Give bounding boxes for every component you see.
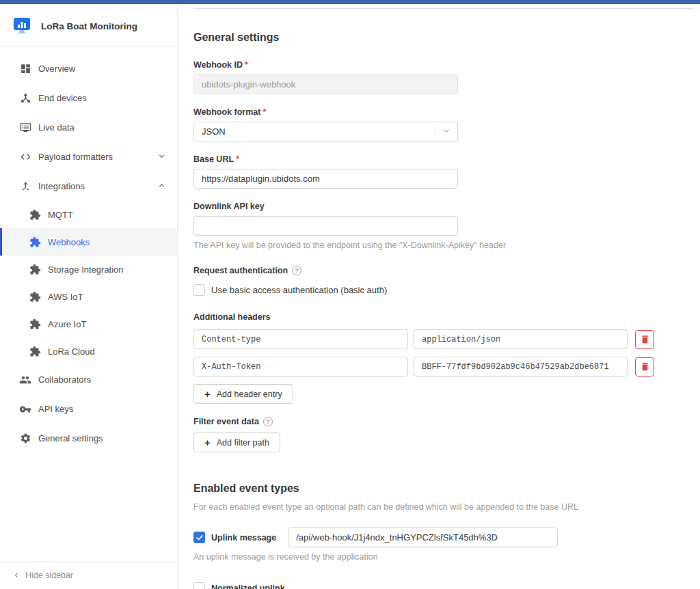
- sidebar-item-aws-iot[interactable]: AWS IoT: [0, 283, 177, 310]
- code-icon: [19, 151, 31, 163]
- sidebar-item-label: LoRa Cloud: [48, 346, 95, 357]
- filter-event-data-label: Filter event data ?: [193, 417, 700, 426]
- help-icon[interactable]: ?: [292, 266, 301, 275]
- sidebar-item-end-devices[interactable]: End devices: [0, 83, 177, 113]
- sidebar-item-collaborators[interactable]: Collaborators: [0, 365, 177, 394]
- sidebar-item-azure-iot[interactable]: Azure IoT: [0, 310, 177, 338]
- add-header-entry-label: Add header entry: [217, 389, 282, 399]
- header-entry-row: [193, 357, 700, 376]
- uplink-path-input[interactable]: [288, 528, 558, 547]
- delete-header-button[interactable]: [635, 357, 654, 376]
- sidebar-item-label: Live data: [38, 122, 75, 133]
- puzzle-icon: [29, 290, 41, 303]
- sidebar-item-label: AWS IoT: [48, 292, 83, 302]
- sidebar-item-webhooks[interactable]: Webhooks: [0, 228, 177, 256]
- chevron-down-icon: [157, 152, 166, 163]
- chevron-down-icon[interactable]: [442, 126, 451, 137]
- uplink-message-label: Uplink message: [211, 533, 276, 543]
- help-icon[interactable]: ?: [263, 417, 273, 426]
- sidebar-item-mqtt[interactable]: MQTT: [0, 201, 177, 228]
- sidebar-item-label: API keys: [38, 404, 73, 414]
- sidebar-item-lora-cloud[interactable]: LoRa Cloud: [0, 338, 177, 365]
- trash-icon: [640, 334, 650, 344]
- integrations-icon: [19, 180, 31, 193]
- content-divider: [193, 8, 693, 9]
- add-filter-path-button[interactable]: + Add filter path: [193, 433, 280, 452]
- delete-header-button[interactable]: [635, 330, 654, 349]
- enabled-event-types-description: For each enabled event type an optional …: [193, 502, 700, 512]
- plus-icon: +: [204, 389, 211, 399]
- sidebar-item-label: Azure IoT: [48, 319, 86, 329]
- base-url-label: Base URL*: [193, 154, 700, 164]
- normalized-uplink-row: Normalized uplink: [193, 582, 700, 589]
- normalized-uplink-label: Normalized uplink: [211, 584, 285, 589]
- add-filter-path-label: Add filter path: [217, 438, 269, 448]
- live-data-icon: [19, 122, 31, 134]
- header-key-input[interactable]: [193, 357, 408, 376]
- puzzle-icon: [29, 318, 41, 330]
- trash-icon: [640, 361, 650, 372]
- uplink-message-helper: An uplink message is received by the app…: [193, 552, 700, 562]
- puzzle-icon: [29, 208, 41, 221]
- puzzle-icon: [29, 263, 41, 275]
- downlink-api-key-helper: The API key will be provided to the endp…: [193, 241, 700, 250]
- sidebar-item-payload-formatters[interactable]: Payload formatters: [0, 142, 177, 172]
- sidebar-item-label: Overview: [38, 64, 75, 74]
- sidebar-nav: Overview End devices Live data Payload f…: [0, 47, 177, 453]
- sidebar-item-overview[interactable]: Overview: [0, 54, 177, 83]
- sidebar-item-label: MQTT: [48, 210, 73, 220]
- additional-headers-label: Additional headers: [193, 312, 700, 322]
- uplink-message-checkbox[interactable]: [193, 532, 205, 543]
- header-value-input[interactable]: [414, 357, 628, 376]
- webhook-id-label: Webhook ID*: [193, 60, 700, 70]
- sidebar-item-label: End devices: [38, 93, 87, 103]
- enabled-event-types-heading: Enabled event types: [193, 482, 700, 495]
- application-logo-row[interactable]: LoRa Boat Monitoring: [0, 4, 177, 47]
- select-divider: [435, 126, 436, 137]
- key-icon: [19, 403, 31, 415]
- base-url-input[interactable]: [193, 169, 458, 189]
- header-value-input[interactable]: [414, 329, 628, 349]
- end-devices-icon: [19, 92, 31, 105]
- sidebar-item-general-settings[interactable]: General settings: [0, 424, 177, 453]
- basic-auth-checkbox[interactable]: [193, 284, 205, 296]
- webhook-format-label: Webhook format*: [193, 107, 700, 117]
- webhook-id-input: [193, 74, 458, 94]
- sidebar-item-live-data[interactable]: Live data: [0, 113, 177, 142]
- general-settings-heading: General settings: [193, 31, 700, 44]
- sidebar-item-label: Webhooks: [48, 237, 90, 247]
- puzzle-icon: [29, 345, 41, 357]
- required-asterisk: *: [262, 107, 266, 117]
- basic-auth-row: Use basic access authentication (basic a…: [193, 284, 700, 296]
- plus-icon: +: [204, 437, 211, 448]
- sidebar-item-storage-integration[interactable]: Storage Integration: [0, 256, 177, 283]
- sidebar-item-api-keys[interactable]: API keys: [0, 394, 177, 424]
- main-content: General settings Webhook ID* Webhook for…: [178, 4, 700, 589]
- add-header-entry-button[interactable]: + Add header entry: [193, 384, 293, 404]
- downlink-api-key-label: Downlink API key: [193, 202, 700, 211]
- chevron-up-icon: [157, 181, 166, 192]
- normalized-uplink-checkbox[interactable]: [193, 582, 205, 589]
- application-logo-icon: [12, 16, 32, 36]
- sidebar-item-label: General settings: [38, 433, 103, 443]
- puzzle-icon: [29, 236, 41, 248]
- people-icon: [19, 374, 31, 386]
- chevron-left-icon: [12, 571, 21, 579]
- hide-sidebar-button[interactable]: Hide sidebar: [0, 561, 177, 589]
- webhook-format-value: JSON: [202, 126, 226, 137]
- sidebar-item-label: Integrations: [38, 181, 85, 191]
- required-asterisk: *: [245, 60, 248, 70]
- webhook-format-select[interactable]: JSON: [193, 122, 458, 141]
- sidebar-item-label: Payload formatters: [38, 152, 113, 162]
- sidebar-item-label: Storage Integration: [48, 264, 124, 275]
- basic-auth-checkbox-label: Use basic access authentication (basic a…: [211, 285, 387, 295]
- overview-icon: [19, 63, 31, 75]
- uplink-message-row: Uplink message: [193, 528, 700, 547]
- downlink-api-key-input[interactable]: [193, 216, 458, 236]
- application-title: LoRa Boat Monitoring: [41, 21, 137, 31]
- header-key-input[interactable]: [193, 329, 408, 349]
- request-authentication-label: Request authentication ?: [193, 266, 700, 275]
- sidebar-item-integrations[interactable]: Integrations: [0, 172, 177, 201]
- sidebar: LoRa Boat Monitoring Overview End device…: [0, 4, 178, 589]
- required-asterisk: *: [236, 154, 239, 164]
